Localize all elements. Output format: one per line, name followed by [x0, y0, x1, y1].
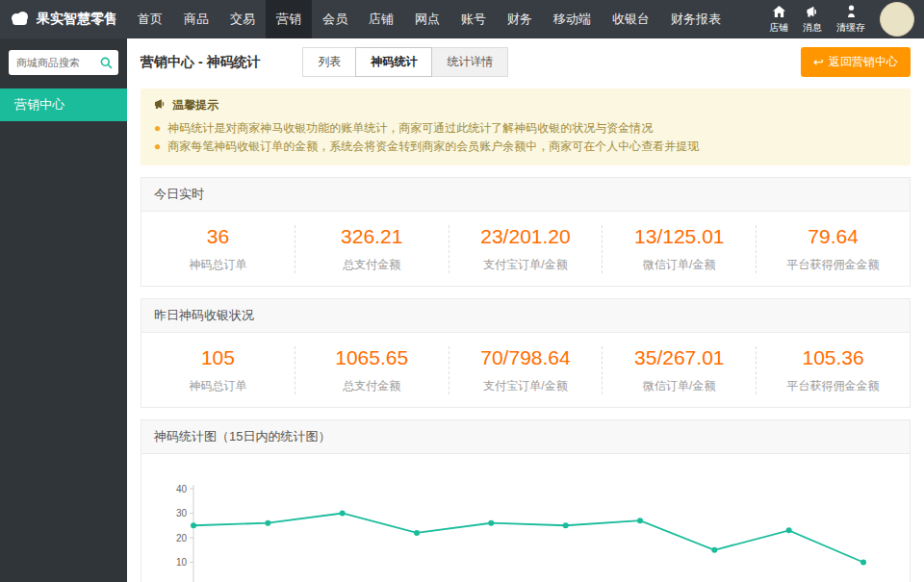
stat-value: 105.36: [757, 346, 910, 369]
message-icon: [806, 5, 820, 20]
chart-section-title: 神码统计图（15日内的统计图）: [141, 420, 910, 454]
return-marketing-center-button[interactable]: ↩ 返回营销中心: [801, 47, 911, 77]
nav-item-member[interactable]: 会员: [312, 0, 358, 38]
sidebar-search: [9, 50, 118, 75]
tab-list[interactable]: 列表: [302, 47, 356, 77]
search-icon[interactable]: [100, 56, 113, 73]
shenma-line-chart: 01020304001月03日01月04日01月05日01月06日01月07日0…: [159, 479, 900, 582]
bullet-icon: ●: [154, 119, 161, 138]
stat-total-orders: 36 神码总订单: [141, 225, 295, 273]
today-section-title: 今日实时: [141, 178, 910, 212]
stat-value: 36: [141, 225, 295, 248]
nav-item-account[interactable]: 账号: [450, 0, 497, 38]
notice-line: ● 神码统计是对商家神马收银功能的账单统计，商家可通过此统计了解神码收银的状况与…: [154, 119, 897, 138]
today-stats-row: 36 神码总订单 326.21 总支付金额 23/201.20 支付宝订单/金额…: [141, 212, 910, 286]
topbar-tools: 店铺 消息 清缓存: [769, 2, 924, 37]
stat-total-amount: 326.21 总支付金额: [295, 225, 449, 273]
cloud-logo-icon: [10, 11, 31, 28]
stat-commission: 79.64 平台获得佣金金额: [756, 225, 910, 273]
nav-item-trade[interactable]: 交易: [219, 0, 266, 38]
notice-box: 温馨提示 ● 神码统计是对商家神马收银功能的账单统计，商家可通过此统计了解神码收…: [141, 89, 911, 165]
sidebar: 营销中心: [0, 38, 127, 582]
stat-label: 微信订单/金额: [603, 378, 756, 394]
stat-value: 70/798.64: [449, 346, 603, 369]
megaphone-icon: [154, 98, 167, 113]
chart-wrap: 01020304001月03日01月04日01月05日01月06日01月07日0…: [141, 454, 910, 582]
svg-text:10: 10: [176, 557, 188, 568]
brand-logo[interactable]: 果实智慧零售: [0, 11, 127, 28]
shop-icon: [772, 5, 786, 20]
stat-label: 支付宝订单/金额: [449, 378, 603, 394]
stat-label: 总支付金额: [295, 257, 449, 273]
stat-alipay: 70/798.64 支付宝订单/金额: [449, 346, 603, 394]
svg-text:20: 20: [176, 533, 188, 544]
clear-cache-tool-label: 清缓存: [836, 21, 865, 35]
stat-value: 13/125.01: [603, 225, 756, 248]
stat-label: 微信订单/金额: [603, 257, 756, 273]
top-navigation: 首页 商品 交易 营销 会员 店铺 网点 账号 财务 移动端 收银台 财务报表: [127, 0, 769, 38]
svg-text:40: 40: [176, 484, 188, 494]
stat-label: 平台获得佣金金额: [757, 378, 910, 394]
stat-total-orders: 105 神码总订单: [141, 346, 295, 394]
nav-item-outlet[interactable]: 网点: [404, 0, 450, 38]
notice-title-row: 温馨提示: [154, 97, 897, 114]
nav-item-finance[interactable]: 财务: [497, 0, 543, 38]
stat-wechat: 35/267.01 微信订单/金额: [602, 346, 756, 394]
bullet-icon: ●: [154, 138, 161, 156]
stat-wechat: 13/125.01 微信订单/金额: [602, 225, 756, 273]
shop-tool-label: 店铺: [769, 21, 788, 35]
notice-line-text: 神码统计是对商家神马收银功能的账单统计，商家可通过此统计了解神码收银的状况与资金…: [167, 119, 653, 138]
message-tool-label: 消息: [803, 21, 822, 35]
clear-cache-icon: [845, 5, 858, 20]
view-tabs: 列表 神码统计 统计详情: [303, 47, 508, 77]
stat-label: 支付宝订单/金额: [449, 257, 603, 273]
stat-value: 35/267.01: [603, 346, 756, 369]
stat-label: 平台获得佣金金额: [757, 257, 910, 273]
stat-label: 神码总订单: [141, 257, 295, 273]
stat-commission: 105.36 平台获得佣金金额: [756, 346, 910, 394]
stat-alipay: 23/201.20 支付宝订单/金额: [449, 225, 603, 273]
yesterday-stats-section: 昨日神码收银状况 105 神码总订单 1065.65 总支付金额 70/798.…: [141, 298, 911, 408]
stat-total-amount: 1065.65 总支付金额: [295, 346, 449, 394]
nav-item-home[interactable]: 首页: [127, 0, 173, 38]
nav-item-mobile[interactable]: 移动端: [543, 0, 602, 38]
clear-cache-tool[interactable]: 清缓存: [836, 5, 865, 35]
nav-item-marketing[interactable]: 营销: [266, 0, 312, 38]
stat-label: 神码总订单: [141, 378, 295, 394]
svg-text:30: 30: [176, 508, 188, 519]
user-avatar[interactable]: [880, 2, 914, 37]
stat-label: 总支付金额: [295, 378, 449, 394]
page-header: 营销中心 - 神码统计 列表 神码统计 统计详情 ↩ 返回营销中心: [127, 38, 924, 87]
brand-title: 果实智慧零售: [37, 11, 117, 28]
notice-line: ● 商家每笔神码收银订单的金额，系统会将资金转到商家的会员账户余额中，商家可在个…: [154, 138, 897, 156]
main-content: 营销中心 - 神码统计 列表 神码统计 统计详情 ↩ 返回营销中心 温馨提示 ●…: [127, 38, 924, 582]
stat-value: 326.21: [295, 225, 449, 248]
notice-line-text: 商家每笔神码收银订单的金额，系统会将资金转到商家的会员账户余额中，商家可在个人中…: [167, 138, 699, 156]
yesterday-stats-row: 105 神码总订单 1065.65 总支付金额 70/798.64 支付宝订单/…: [141, 333, 910, 407]
shop-tool[interactable]: 店铺: [769, 5, 788, 35]
today-stats-section: 今日实时 36 神码总订单 326.21 总支付金额 23/201.20 支付宝…: [141, 177, 911, 287]
sidebar-item-marketing-center[interactable]: 营销中心: [0, 89, 127, 121]
nav-item-shop[interactable]: 店铺: [358, 0, 404, 38]
return-button-label: 返回营销中心: [829, 54, 898, 70]
stat-value: 105: [141, 346, 295, 369]
back-arrow-icon: ↩: [813, 56, 824, 68]
notice-title: 温馨提示: [172, 97, 218, 114]
topbar: 果实智慧零售 首页 商品 交易 营销 会员 店铺 网点 账号 财务 移动端 收银…: [0, 0, 924, 38]
tab-shenma-stats[interactable]: 神码统计: [355, 47, 432, 77]
yesterday-section-title: 昨日神码收银状况: [141, 299, 910, 333]
stat-value: 1065.65: [295, 346, 449, 369]
page-title: 营销中心 - 神码统计: [141, 54, 260, 71]
message-tool[interactable]: 消息: [803, 5, 822, 35]
nav-item-goods[interactable]: 商品: [173, 0, 219, 38]
nav-item-finance-report[interactable]: 财务报表: [660, 0, 732, 38]
stat-value: 79.64: [757, 225, 910, 248]
chart-section: 神码统计图（15日内的统计图） 01020304001月03日01月04日01月…: [141, 419, 911, 582]
stat-value: 23/201.20: [449, 225, 603, 248]
tab-stats-detail[interactable]: 统计详情: [431, 47, 508, 77]
nav-item-cashier[interactable]: 收银台: [602, 0, 660, 38]
